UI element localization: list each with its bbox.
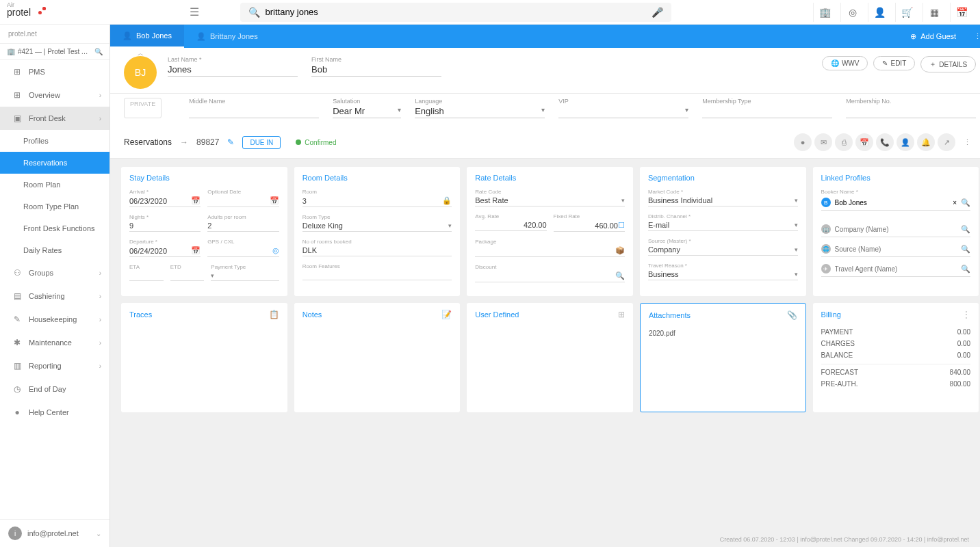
search-icon[interactable]: 🔍 — [94, 48, 103, 55]
package-icon[interactable]: 📦 — [615, 246, 625, 255]
sidebar-item-room-type-plan[interactable]: Room Type Plan — [0, 196, 109, 217]
note-icon[interactable]: ● — [794, 133, 812, 151]
source-select[interactable]: Company — [648, 244, 798, 256]
salutation-select[interactable]: Dear Mr — [333, 106, 401, 118]
global-search[interactable]: 🔍 🎤 — [240, 3, 671, 22]
rate-code-select[interactable]: Best Rate — [475, 195, 625, 206]
arrival-input[interactable]: 06/23/2020📅 — [129, 195, 201, 207]
target-icon[interactable]: ◎ — [840, 3, 864, 22]
sidebar-item-end-of-day[interactable]: ◷End of Day — [0, 377, 109, 401]
person-icon[interactable]: 👤 — [897, 133, 914, 151]
lock-icon[interactable]: 🔒 — [442, 196, 452, 205]
edit-button[interactable]: ✎EDIT — [873, 56, 915, 70]
sidebar-item-profiles[interactable]: Profiles — [0, 130, 109, 152]
first-name-input[interactable]: Bob — [311, 64, 441, 77]
sidebar-item-reporting[interactable]: ▥Reporting› — [0, 354, 109, 377]
sidebar-item-overview[interactable]: ⊞Overview› — [0, 83, 109, 107]
calendar-icon[interactable]: 📅 — [191, 246, 201, 255]
reservation-id: 89827 — [196, 137, 219, 147]
sidebar-item-room-plan[interactable]: Room Plan — [0, 174, 109, 196]
search-icon[interactable]: 🔍 — [961, 225, 970, 234]
adults-input[interactable]: 2 — [207, 220, 279, 232]
room-input[interactable]: 3🔒 — [302, 195, 452, 207]
membership-no-input[interactable] — [846, 106, 976, 118]
bell-icon[interactable]: 🔔 — [917, 133, 935, 151]
channel-select[interactable]: E-mail — [648, 219, 798, 231]
print-icon[interactable]: ⎙ — [835, 133, 853, 151]
departure-input[interactable]: 06/24/2020📅 — [129, 245, 201, 257]
cart-icon[interactable]: 🛒 — [895, 3, 918, 22]
room-features-input[interactable] — [302, 269, 452, 280]
gps-input[interactable]: ◎ — [207, 245, 279, 257]
language-select[interactable]: English — [415, 106, 545, 118]
edit-reservation-icon[interactable]: ✎ — [227, 137, 234, 147]
sidebar-user[interactable]: i info@protel.net ⌄ — [0, 519, 109, 547]
sidebar-item-help-center[interactable]: ●Help Center — [0, 401, 109, 424]
search-icon[interactable]: 🔍 — [615, 271, 625, 280]
search-icon[interactable]: 🔍 — [961, 198, 970, 207]
wwv-button[interactable]: 🌐WWV — [822, 56, 868, 70]
agent-input[interactable] — [835, 265, 957, 273]
sidebar-item-cashiering[interactable]: ▤Cashiering› — [0, 284, 109, 308]
checkbox-icon[interactable]: ☐ — [618, 221, 625, 230]
location-icon[interactable]: ◎ — [272, 246, 279, 255]
attachment-item[interactable]: 2020.pdf — [649, 327, 797, 340]
calendar-icon[interactable]: 📅 — [950, 3, 973, 22]
menu-toggle-icon[interactable]: ☰ — [190, 5, 199, 18]
optional-date-input[interactable]: 📅 — [207, 195, 279, 207]
booker-input[interactable] — [835, 199, 949, 206]
billing-menu-icon[interactable]: ⋮ — [962, 310, 970, 319]
market-code-select[interactable]: Business Individual — [648, 195, 798, 206]
sidebar-item-maintenance[interactable]: ✱Maintenance› — [0, 331, 109, 354]
eta-input[interactable] — [129, 270, 164, 281]
more-icon[interactable]: ⋮ — [958, 133, 976, 151]
phone-icon[interactable]: 📞 — [876, 133, 894, 151]
discount-input[interactable]: 🔍 — [475, 270, 625, 282]
add-udf-icon[interactable]: ⊞ — [618, 310, 625, 319]
person-icon[interactable]: 👤 — [868, 3, 891, 22]
add-trace-icon[interactable]: 📋 — [269, 310, 279, 319]
details-button[interactable]: ＋DETAILS — [920, 56, 976, 72]
last-name-input[interactable]: Jones — [168, 64, 298, 77]
add-guest-button[interactable]: ⊕ Add Guest — [901, 32, 966, 41]
guest-avatar[interactable]: ︿ BJ — [124, 56, 157, 89]
calendar-icon[interactable]: 📅 — [270, 196, 279, 205]
membership-type-input[interactable] — [702, 106, 832, 118]
grid-icon[interactable]: ▦ — [923, 3, 946, 22]
fixed-rate-input[interactable]: 460.00☐ — [554, 219, 625, 232]
hotel-selector[interactable]: 🏢 #421 — | Protel Test API Demo 🔍 — [0, 43, 109, 60]
nights-input[interactable]: 9 — [129, 220, 201, 232]
package-input[interactable]: 📦 — [475, 245, 625, 257]
share-icon[interactable]: ↗ — [938, 133, 955, 151]
room-type-select[interactable]: Deluxe King — [302, 220, 452, 232]
clear-icon[interactable]: × — [953, 199, 957, 206]
etd-input[interactable] — [170, 270, 205, 281]
vip-select[interactable] — [558, 106, 688, 118]
add-note-icon[interactable]: 📝 — [441, 310, 452, 319]
sidebar-item-groups[interactable]: ⚇Groups› — [0, 261, 109, 284]
calendar-icon[interactable]: 📅 — [191, 196, 201, 205]
calendar-icon[interactable]: 📅 — [855, 133, 873, 151]
sidebar-item-front-desk-functions[interactable]: Front Desk Functions — [0, 217, 109, 239]
guest-tab[interactable]: 👤Bob Jones — [110, 25, 184, 48]
sidebar-item-reservations[interactable]: Reservations — [0, 152, 109, 174]
middle-name-input[interactable] — [189, 106, 319, 118]
source-input[interactable] — [835, 245, 957, 253]
search-icon[interactable]: 🔍 — [961, 265, 970, 274]
sidebar-item-pms[interactable]: ⊞PMS — [0, 60, 109, 83]
nav-icon: ▥ — [12, 361, 22, 371]
sidebar-item-daily-rates[interactable]: Daily Rates — [0, 239, 109, 261]
mic-icon[interactable]: 🎤 — [652, 7, 663, 18]
guest-tab[interactable]: 👤Brittany Jones — [184, 25, 270, 48]
search-icon[interactable]: 🔍 — [961, 245, 970, 254]
tab-menu-icon[interactable]: ⋮ — [966, 32, 980, 41]
search-input[interactable] — [266, 7, 646, 17]
sidebar-item-housekeeping[interactable]: ✎Housekeeping› — [0, 308, 109, 331]
add-attachment-icon[interactable]: 📎 — [787, 310, 797, 320]
mail-icon[interactable]: ✉ — [814, 133, 832, 151]
sidebar-item-front-desk[interactable]: ▣Front Desk› — [0, 107, 109, 130]
payment-type-select[interactable] — [211, 270, 279, 281]
reason-select[interactable]: Business — [648, 269, 798, 280]
building-icon[interactable]: 🏢 — [813, 3, 836, 22]
company-input[interactable] — [835, 226, 957, 233]
